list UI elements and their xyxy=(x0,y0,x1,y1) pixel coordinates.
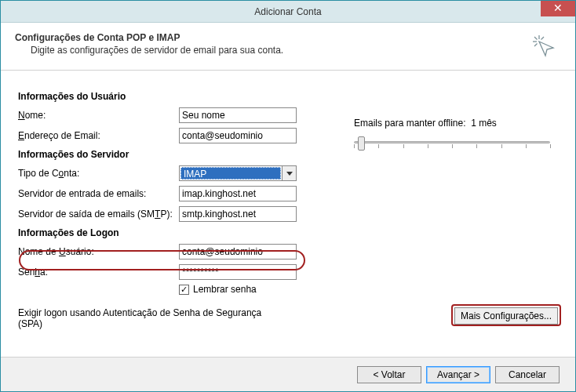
label-account-type: Tipo de Conta: xyxy=(18,168,179,179)
add-account-window: Adicionar Conta ✕ Configurações de Conta… xyxy=(0,0,576,392)
header-subtitle: Digite as configurações de servidor de e… xyxy=(31,45,561,56)
account-type-value: IMAP xyxy=(180,167,281,180)
row-outgoing: Servidor de saída de emails (SMTP): xyxy=(18,205,558,223)
more-settings-button[interactable]: Mais Configurações... xyxy=(454,307,558,325)
checkmark-icon: ✓ xyxy=(180,285,188,295)
svg-line-3 xyxy=(541,37,545,40)
cursor-icon xyxy=(531,34,558,63)
label-spa: Exigir logon usando Autenticação de Senh… xyxy=(18,307,285,329)
row-incoming: Servidor de entrada de emails: xyxy=(18,185,558,202)
close-icon: ✕ xyxy=(553,2,563,14)
account-type-dropdown-button[interactable] xyxy=(282,166,296,180)
close-button[interactable]: ✕ xyxy=(541,1,575,16)
row-password: Senha: xyxy=(18,263,558,281)
chevron-down-icon xyxy=(286,168,293,179)
cancel-button[interactable]: Cancelar xyxy=(495,366,560,383)
slider-thumb[interactable] xyxy=(358,136,365,151)
offline-slider[interactable] xyxy=(354,136,550,152)
label-password: Senha: xyxy=(18,267,179,278)
offline-label: Emails para manter offline: 1 mês xyxy=(354,118,558,129)
label-incoming: Servidor de entrada de emails: xyxy=(18,188,179,199)
name-input[interactable] xyxy=(179,107,297,123)
slider-track xyxy=(354,141,550,143)
titlebar: Adicionar Conta ✕ xyxy=(1,1,575,23)
section-user-title: Informações do Usuário xyxy=(18,91,558,102)
label-name: Nome: xyxy=(18,110,179,121)
label-remember: Lembrar senha xyxy=(193,284,257,295)
outgoing-server-input[interactable] xyxy=(179,206,297,222)
offline-section: Emails para manter offline: 1 mês xyxy=(354,118,558,152)
row-account-type: Tipo de Conta: IMAP xyxy=(18,165,558,182)
window-title: Adicionar Conta xyxy=(1,6,575,17)
back-button[interactable]: < Voltar xyxy=(357,366,421,383)
remember-password-checkbox[interactable]: ✓ xyxy=(179,285,189,295)
label-username: Nome de Usuário: xyxy=(18,246,179,257)
email-input[interactable] xyxy=(179,128,297,143)
password-input[interactable] xyxy=(179,264,297,280)
dialog-body: Informações do Usuário Nome: Endereço de… xyxy=(1,71,575,368)
label-email: Endereço de Email: xyxy=(18,130,179,141)
username-input[interactable] xyxy=(179,244,297,260)
header: Configurações de Conta POP e IMAP Digite… xyxy=(1,23,575,71)
row-remember: ✓ Lembrar senha xyxy=(179,284,558,295)
account-type-select[interactable]: IMAP xyxy=(179,165,297,181)
label-outgoing: Servidor de saída de emails (SMTP): xyxy=(18,209,179,220)
footer: < Voltar Avançar > Cancelar xyxy=(1,357,575,391)
header-title: Configurações de Conta POP e IMAP xyxy=(15,32,561,43)
row-username: Nome de Usuário: xyxy=(18,243,558,260)
incoming-server-input[interactable] xyxy=(179,186,297,201)
next-button[interactable]: Avançar > xyxy=(426,366,490,383)
svg-line-4 xyxy=(534,44,538,47)
section-logon-title: Informações de Logon xyxy=(18,227,558,238)
offline-value: 1 mês xyxy=(471,118,497,129)
svg-line-2 xyxy=(534,37,538,40)
